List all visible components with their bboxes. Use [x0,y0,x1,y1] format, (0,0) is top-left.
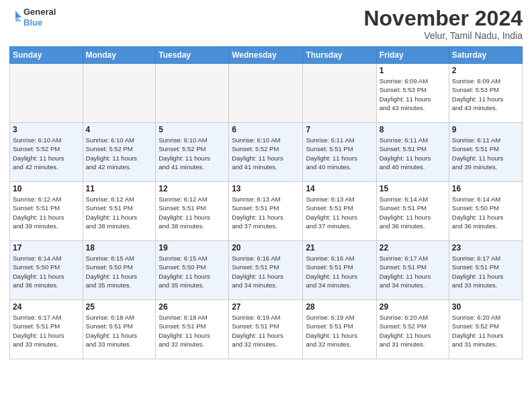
day-cell: 18Sunrise: 6:15 AM Sunset: 5:50 PM Dayli… [83,241,156,300]
day-cell: 2Sunrise: 6:09 AM Sunset: 5:53 PM Daylig… [449,64,522,123]
day-number: 3 [13,125,80,134]
day-cell: 20Sunrise: 6:16 AM Sunset: 5:51 PM Dayli… [229,241,303,300]
day-cell: 16Sunrise: 6:14 AM Sunset: 5:50 PM Dayli… [449,182,522,241]
day-info: Sunrise: 6:19 AM Sunset: 5:51 PM Dayligh… [232,313,300,349]
logo-bird-icon [9,8,21,27]
day-cell: 25Sunrise: 6:18 AM Sunset: 5:51 PM Dayli… [83,300,156,359]
day-info: Sunrise: 6:17 AM Sunset: 5:51 PM Dayligh… [13,313,80,349]
week-row-3: 17Sunrise: 6:14 AM Sunset: 5:50 PM Dayli… [10,241,523,300]
day-cell [303,64,376,123]
week-row-4: 24Sunrise: 6:17 AM Sunset: 5:51 PM Dayli… [10,300,523,359]
weekday-header-monday: Monday [83,47,156,64]
logo-line1: General [24,7,56,17]
day-cell: 27Sunrise: 6:19 AM Sunset: 5:51 PM Dayli… [229,300,303,359]
day-number: 20 [232,243,300,253]
day-cell: 24Sunrise: 6:17 AM Sunset: 5:51 PM Dayli… [10,300,83,359]
day-number: 9 [452,125,519,134]
header: General Blue November 2024 Velur, Tamil … [9,7,523,41]
day-number: 8 [380,125,446,134]
day-cell: 28Sunrise: 6:19 AM Sunset: 5:51 PM Dayli… [303,300,376,359]
day-number: 13 [232,184,300,193]
day-info: Sunrise: 6:11 AM Sunset: 5:51 PM Dayligh… [452,136,519,171]
day-cell: 13Sunrise: 6:13 AM Sunset: 5:51 PM Dayli… [229,182,303,241]
day-cell: 5Sunrise: 6:10 AM Sunset: 5:52 PM Daylig… [156,123,229,182]
day-number: 11 [86,184,153,193]
day-number: 24 [13,302,80,312]
location: Velur, Tamil Nadu, India [363,30,523,41]
day-cell: 15Sunrise: 6:14 AM Sunset: 5:51 PM Dayli… [376,182,449,241]
day-info: Sunrise: 6:10 AM Sunset: 5:52 PM Dayligh… [86,136,153,171]
day-number: 10 [13,184,80,193]
day-number: 17 [13,243,80,253]
day-number: 12 [159,184,226,193]
weekday-header-saturday: Saturday [449,47,522,64]
day-info: Sunrise: 6:14 AM Sunset: 5:50 PM Dayligh… [452,195,519,230]
weekday-header-thursday: Thursday [303,47,376,64]
day-cell: 6Sunrise: 6:10 AM Sunset: 5:52 PM Daylig… [229,123,303,182]
day-cell: 12Sunrise: 6:12 AM Sunset: 5:51 PM Dayli… [156,182,229,241]
day-cell: 8Sunrise: 6:11 AM Sunset: 5:51 PM Daylig… [376,123,449,182]
calendar: SundayMondayTuesdayWednesdayThursdayFrid… [9,46,523,359]
day-cell: 26Sunrise: 6:18 AM Sunset: 5:51 PM Dayli… [156,300,229,359]
day-number: 16 [452,184,519,193]
day-info: Sunrise: 6:11 AM Sunset: 5:51 PM Dayligh… [306,136,373,171]
week-row-1: 3Sunrise: 6:10 AM Sunset: 5:52 PM Daylig… [10,123,523,182]
day-cell: 17Sunrise: 6:14 AM Sunset: 5:50 PM Dayli… [10,241,83,300]
day-info: Sunrise: 6:12 AM Sunset: 5:51 PM Dayligh… [86,195,153,230]
day-number: 29 [380,302,446,312]
day-cell [229,64,303,123]
day-cell: 11Sunrise: 6:12 AM Sunset: 5:51 PM Dayli… [83,182,156,241]
day-cell: 29Sunrise: 6:20 AM Sunset: 5:52 PM Dayli… [376,300,449,359]
day-info: Sunrise: 6:20 AM Sunset: 5:52 PM Dayligh… [452,313,519,349]
logo-line2: Blue [24,17,56,28]
day-number: 6 [232,125,300,134]
day-info: Sunrise: 6:16 AM Sunset: 5:51 PM Dayligh… [306,254,373,289]
day-cell: 19Sunrise: 6:15 AM Sunset: 5:50 PM Dayli… [156,241,229,300]
day-info: Sunrise: 6:20 AM Sunset: 5:52 PM Dayligh… [380,313,446,349]
day-info: Sunrise: 6:14 AM Sunset: 5:51 PM Dayligh… [380,195,446,230]
day-number: 7 [306,125,373,134]
day-number: 30 [452,302,519,312]
day-info: Sunrise: 6:09 AM Sunset: 5:53 PM Dayligh… [452,77,519,112]
day-cell: 7Sunrise: 6:11 AM Sunset: 5:51 PM Daylig… [303,123,376,182]
weekday-header-row: SundayMondayTuesdayWednesdayThursdayFrid… [10,47,523,64]
logo-container: General Blue [9,7,56,28]
month-title: November 2024 [363,7,523,30]
day-cell: 14Sunrise: 6:13 AM Sunset: 5:51 PM Dayli… [303,182,376,241]
day-number: 25 [86,302,153,312]
weekday-header-tuesday: Tuesday [156,47,229,64]
day-info: Sunrise: 6:17 AM Sunset: 5:51 PM Dayligh… [452,254,519,289]
day-cell: 1Sunrise: 6:09 AM Sunset: 5:53 PM Daylig… [376,64,449,123]
day-info: Sunrise: 6:19 AM Sunset: 5:51 PM Dayligh… [306,313,373,349]
day-info: Sunrise: 6:10 AM Sunset: 5:52 PM Dayligh… [159,136,226,171]
day-cell: 23Sunrise: 6:17 AM Sunset: 5:51 PM Dayli… [449,241,522,300]
title-block: November 2024 Velur, Tamil Nadu, India [363,7,523,41]
day-info: Sunrise: 6:18 AM Sunset: 5:51 PM Dayligh… [159,313,226,349]
day-cell: 9Sunrise: 6:11 AM Sunset: 5:51 PM Daylig… [449,123,522,182]
day-number: 18 [86,243,153,253]
day-number: 2 [452,66,519,75]
day-number: 22 [380,243,446,253]
day-number: 19 [159,243,226,253]
day-number: 21 [306,243,373,253]
week-row-2: 10Sunrise: 6:12 AM Sunset: 5:51 PM Dayli… [10,182,523,241]
day-number: 26 [159,302,226,312]
week-row-0: 1Sunrise: 6:09 AM Sunset: 5:53 PM Daylig… [10,64,523,123]
day-number: 28 [306,302,373,312]
day-cell: 10Sunrise: 6:12 AM Sunset: 5:51 PM Dayli… [10,182,83,241]
day-info: Sunrise: 6:13 AM Sunset: 5:51 PM Dayligh… [232,195,300,230]
day-cell: 22Sunrise: 6:17 AM Sunset: 5:51 PM Dayli… [376,241,449,300]
day-cell [10,64,83,123]
weekday-header-wednesday: Wednesday [229,47,303,64]
logo: General Blue [9,7,56,28]
day-info: Sunrise: 6:15 AM Sunset: 5:50 PM Dayligh… [159,254,226,289]
day-cell: 3Sunrise: 6:10 AM Sunset: 5:52 PM Daylig… [10,123,83,182]
day-info: Sunrise: 6:16 AM Sunset: 5:51 PM Dayligh… [232,254,300,289]
day-info: Sunrise: 6:10 AM Sunset: 5:52 PM Dayligh… [13,136,80,171]
day-cell [83,64,156,123]
day-info: Sunrise: 6:17 AM Sunset: 5:51 PM Dayligh… [380,254,446,289]
logo-text: General Blue [24,7,56,28]
day-info: Sunrise: 6:13 AM Sunset: 5:51 PM Dayligh… [306,195,373,230]
day-number: 5 [159,125,226,134]
day-number: 23 [452,243,519,253]
